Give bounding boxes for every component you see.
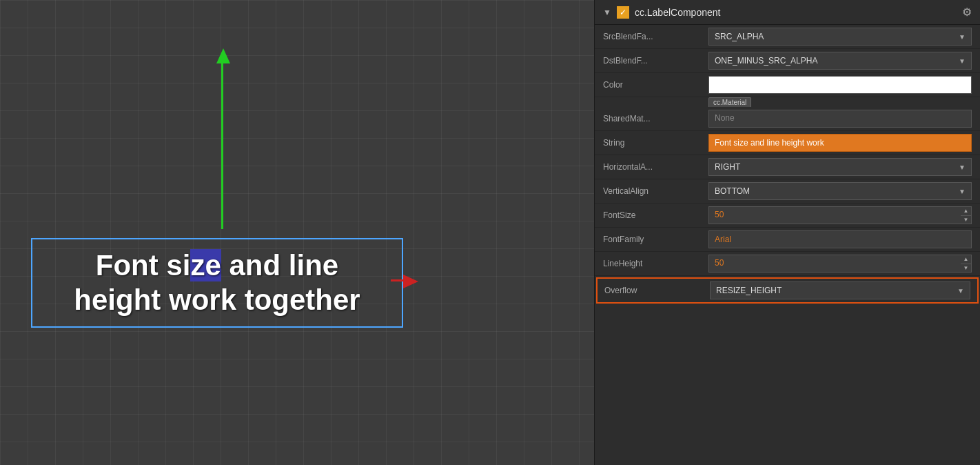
string-input[interactable]: Font size and line height work <box>708 134 972 152</box>
text-highlight: ze <box>190 249 221 281</box>
font-size-field-container: 50 ▲ ▼ <box>708 206 972 224</box>
horizontal-align-value: RIGHT ▼ <box>708 158 972 176</box>
transform-right-arrow <box>403 275 418 288</box>
dst-blend-factor-row: DstBlendF... ONE_MINUS_SRC_ALPHA ▼ <box>595 49 980 73</box>
properties-panel: ▼ ✓ cc.LabelComponent ⚙ SrcBlendFa... SR… <box>594 0 980 465</box>
dst-blend-factor-dropdown[interactable]: ONE_MINUS_SRC_ALPHA ▼ <box>708 52 972 70</box>
src-blend-factor-value: SRC_ALPHA ▼ <box>708 28 972 46</box>
font-family-row: FontFamily Arial <box>595 228 980 252</box>
string-label: String <box>603 138 703 148</box>
overflow-dropdown-arrow-icon: ▼ <box>957 287 964 295</box>
line-height-value: 50 ▲ ▼ <box>708 255 972 273</box>
canvas-viewport: Font size and line height work together <box>0 0 594 465</box>
dst-blend-factor-value: ONE_MINUS_SRC_ALPHA ▼ <box>708 52 972 70</box>
line-height-row: LineHeight 50 ▲ ▼ <box>595 252 980 276</box>
dst-blend-factor-label: DstBlendF... <box>603 56 703 66</box>
component-header: ▼ ✓ cc.LabelComponent ⚙ <box>595 0 980 25</box>
string-row: String Font size and line height work <box>595 131 980 155</box>
shared-material-value: cc.Material None <box>708 110 972 128</box>
color-row: Color <box>595 73 980 97</box>
vertical-align-arrow-icon: ▼ <box>959 188 966 195</box>
src-blend-factor-row: SrcBlendFa... SRC_ALPHA ▼ <box>595 25 980 49</box>
font-size-steppers: ▲ ▼ <box>961 206 972 224</box>
vertical-align-label: VerticalAlign <box>603 186 703 196</box>
overflow-dropdown[interactable]: RESIZE_HEIGHT ▼ <box>710 281 970 299</box>
line-height-field-container: 50 ▲ ▼ <box>708 255 972 273</box>
color-label: Color <box>603 80 703 90</box>
font-size-decrement[interactable]: ▼ <box>961 216 971 224</box>
horizontal-align-row: HorizontalA... RIGHT ▼ <box>595 155 980 179</box>
line-height-increment[interactable]: ▲ <box>961 255 971 264</box>
shared-material-label: SharedMat... <box>603 114 703 123</box>
horizontal-align-dropdown[interactable]: RIGHT ▼ <box>708 158 972 176</box>
transform-up-line <box>221 63 223 229</box>
horizontal-align-arrow-icon: ▼ <box>959 164 966 171</box>
horizontal-align-label: HorizontalA... <box>603 162 703 172</box>
shared-material-input[interactable]: None <box>708 110 972 128</box>
label-content: Font size and line height work together <box>74 248 360 318</box>
component-enabled-checkbox[interactable]: ✓ <box>617 6 629 19</box>
overflow-value: RESIZE_HEIGHT ▼ <box>710 281 970 299</box>
collapse-arrow-icon[interactable]: ▼ <box>603 8 611 17</box>
transform-up-arrow <box>216 48 230 63</box>
src-blend-factor-arrow-icon: ▼ <box>959 33 966 41</box>
material-tooltip: cc.Material <box>708 97 751 107</box>
line-height-input[interactable]: 50 <box>708 255 961 273</box>
gear-icon[interactable]: ⚙ <box>962 6 972 19</box>
dst-blend-factor-arrow-icon: ▼ <box>959 57 966 65</box>
transform-right-line <box>391 279 403 281</box>
color-value <box>708 76 972 94</box>
font-size-label: FontSize <box>603 210 703 220</box>
label-bounding-box: Font size and line height work together <box>31 238 403 328</box>
vertical-align-dropdown[interactable]: BOTTOM ▼ <box>708 182 972 200</box>
line-height-label: LineHeight <box>603 259 703 268</box>
src-blend-factor-label: SrcBlendFa... <box>603 32 703 41</box>
overflow-row: Overflow RESIZE_HEIGHT ▼ <box>596 277 979 304</box>
font-family-value: Arial <box>708 230 972 248</box>
font-size-row: FontSize 50 ▲ ▼ <box>595 204 980 228</box>
color-picker[interactable] <box>708 76 972 94</box>
src-blend-factor-dropdown[interactable]: SRC_ALPHA ▼ <box>708 28 972 46</box>
font-size-increment[interactable]: ▲ <box>961 207 971 216</box>
line-height-steppers: ▲ ▼ <box>961 255 972 273</box>
font-size-value: 50 ▲ ▼ <box>708 206 972 224</box>
line-height-decrement[interactable]: ▼ <box>961 264 971 273</box>
font-family-input[interactable]: Arial <box>708 230 972 248</box>
vertical-align-row: VerticalAlign BOTTOM ▼ <box>595 179 980 204</box>
overflow-label: Overflow <box>604 286 704 295</box>
font-size-input[interactable]: 50 <box>708 206 961 224</box>
string-value: Font size and line height work <box>708 134 972 152</box>
shared-material-row: SharedMat... cc.Material None <box>595 97 980 131</box>
font-family-label: FontFamily <box>603 235 703 244</box>
vertical-align-value: BOTTOM ▼ <box>708 182 972 200</box>
component-title: cc.LabelComponent <box>635 7 957 18</box>
